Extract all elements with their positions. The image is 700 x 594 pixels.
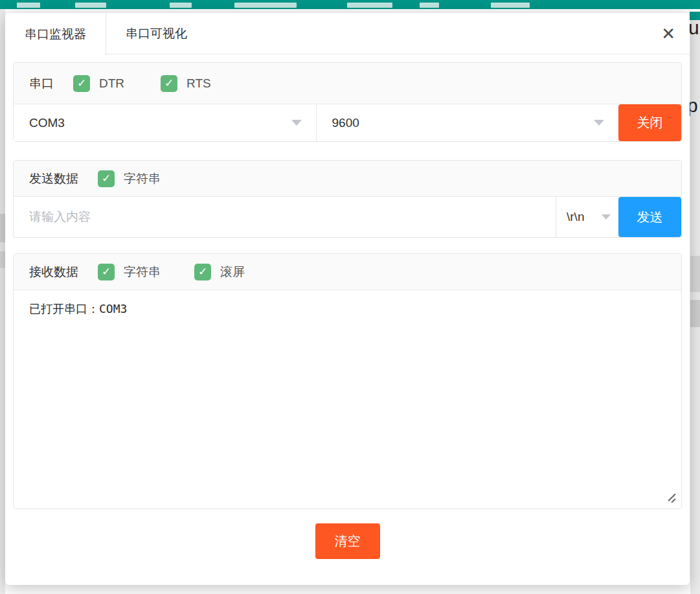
send-data-row: \r\n 发送 [14, 197, 681, 237]
checkbox-label: 字符串 [124, 264, 161, 280]
chevron-down-icon [602, 214, 611, 220]
clipped-menu-text [234, 3, 297, 8]
clipped-menu-text [491, 3, 530, 8]
close-port-button[interactable]: 关闭 [618, 104, 681, 141]
tab-label: 串口可视化 [126, 25, 187, 42]
send-data-header: 发送数据 ✓ 字符串 [14, 161, 681, 197]
dialog-content: 串口 ✓ DTR ✓ RTS COM3 [5, 54, 690, 559]
clipped-menu-text [17, 3, 40, 8]
receive-string-checkbox-group[interactable]: ✓ 字符串 [98, 264, 161, 280]
checkbox-checked[interactable]: ✓ [98, 170, 115, 187]
clipped-menu-text [420, 3, 439, 8]
log-port-value: COM3 [99, 302, 127, 315]
chevron-down-icon [594, 120, 604, 126]
send-data-card: 发送数据 ✓ 字符串 \r\n 发送 [13, 160, 682, 238]
clipped-menu-text [75, 3, 106, 8]
clear-button-row: 清空 [13, 523, 682, 559]
clipped-menu-text [170, 3, 192, 8]
checkbox-checked[interactable]: ✓ [98, 264, 115, 280]
check-icon: ✓ [77, 76, 86, 90]
port-select-value: COM3 [29, 116, 65, 130]
serial-port-row: COM3 9600 关闭 [14, 104, 681, 141]
checkbox-label: 滚屏 [220, 264, 245, 280]
serial-port-card: 串口 ✓ DTR ✓ RTS COM3 [13, 62, 682, 142]
checkbox-checked[interactable]: ✓ [194, 264, 211, 280]
clipped-menu-text [347, 3, 392, 8]
left-edge-strip [0, 9, 5, 594]
check-icon: ✓ [102, 265, 111, 279]
rts-checkbox-group[interactable]: ✓ RTS [161, 75, 211, 92]
send-input[interactable] [14, 197, 556, 237]
receive-data-card: 接收数据 ✓ 字符串 ✓ 滚屏 已打开串口：COM3 [13, 253, 682, 509]
check-icon: ✓ [102, 172, 111, 185]
log-text: 已打开串口： [29, 303, 99, 315]
autoscroll-checkbox-group[interactable]: ✓ 滚屏 [194, 264, 245, 280]
tab-label: 串口监视器 [25, 26, 86, 43]
dtr-checkbox-group[interactable]: ✓ DTR [73, 75, 124, 92]
resize-handle[interactable] [667, 493, 677, 503]
checkbox-label: DTR [99, 76, 124, 91]
baud-select-value: 9600 [332, 116, 359, 130]
close-icon[interactable]: ✕ [661, 22, 675, 45]
check-icon: ✓ [198, 265, 207, 279]
serial-port-header: 串口 ✓ DTR ✓ RTS [14, 63, 681, 104]
tab-serial-visualization[interactable]: 串口可视化 [106, 13, 207, 54]
line-ending-value: \r\n [567, 210, 584, 224]
app-page: u p 串口监视器 串口可视化 ✕ 串口 ✓ DTR [0, 0, 700, 594]
tab-serial-monitor[interactable]: 串口监视器 [5, 13, 106, 55]
section-title: 接收数据 [29, 264, 78, 280]
background-partial-text: u [688, 17, 699, 39]
clear-button[interactable]: 清空 [315, 523, 380, 559]
checkbox-label: RTS [186, 76, 211, 91]
serial-monitor-dialog: 串口监视器 串口可视化 ✕ 串口 ✓ DTR ✓ RTS [5, 13, 690, 585]
send-button[interactable]: 发送 [618, 197, 681, 237]
line-ending-select[interactable]: \r\n [556, 197, 618, 237]
section-title: 串口 [29, 75, 54, 92]
section-title: 发送数据 [29, 170, 78, 187]
dialog-tabbar: 串口监视器 串口可视化 ✕ [5, 13, 690, 54]
app-topbar [0, 0, 700, 9]
port-select[interactable]: COM3 [14, 104, 317, 141]
chevron-down-icon [291, 120, 302, 126]
baud-select[interactable]: 9600 [317, 104, 619, 141]
receive-data-header: 接收数据 ✓ 字符串 ✓ 滚屏 [14, 254, 681, 290]
receive-log-area[interactable]: 已打开串口：COM3 [14, 290, 681, 508]
check-icon: ✓ [164, 76, 174, 90]
checkbox-checked[interactable]: ✓ [161, 75, 177, 92]
checkbox-label: 字符串 [124, 170, 161, 187]
checkbox-checked[interactable]: ✓ [73, 75, 90, 92]
send-string-checkbox-group[interactable]: ✓ 字符串 [98, 170, 161, 187]
